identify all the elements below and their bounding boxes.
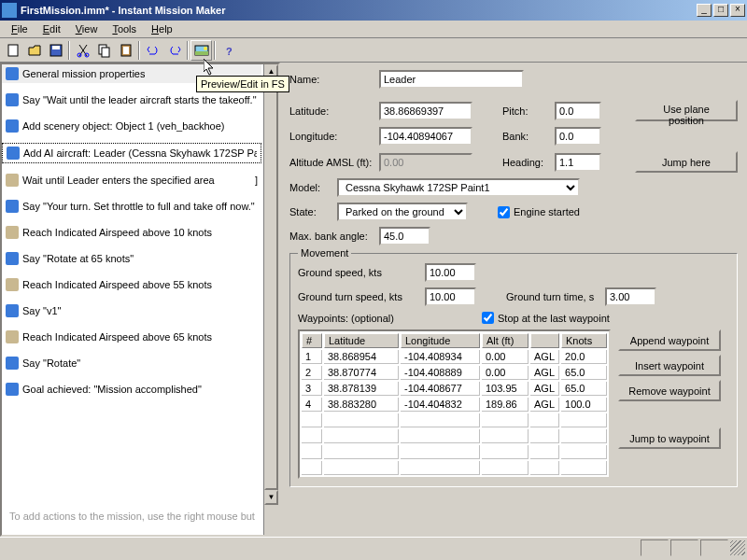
table-row[interactable] [302, 445, 607, 459]
menu-help[interactable]: Help [144, 21, 180, 36]
svg-rect-2 [52, 46, 60, 49]
model-label: Model: [289, 182, 331, 193]
paste-icon[interactable] [115, 40, 136, 61]
list-item[interactable]: Wait until Leader enters the specified a… [2, 171, 261, 189]
stop-last-waypoint-checkbox[interactable]: Stop at the last waypoint [482, 312, 610, 324]
latitude-input[interactable] [379, 102, 472, 120]
table-row[interactable]: 438.883280-104.404832189.86AGL100.0 [302, 398, 607, 412]
action-icon [7, 147, 20, 160]
list-item[interactable]: Reach Indicated Airspeed above 65 knots [2, 328, 261, 346]
pitch-input[interactable] [555, 102, 601, 120]
scroll-thumb[interactable] [264, 79, 278, 490]
ground-turn-speed-label: Ground turn speed, kts [298, 291, 419, 302]
ground-turn-time-input[interactable] [605, 287, 656, 306]
bank-label: Bank: [502, 131, 549, 142]
col-knots[interactable]: Knots [561, 333, 607, 348]
svg-rect-0 [8, 45, 18, 56]
table-row[interactable]: 338.878139-104.408677103.95AGL65.0 [302, 382, 607, 396]
help-icon[interactable]: ? [218, 40, 239, 61]
col-alt[interactable]: Alt (ft) [482, 333, 529, 348]
append-waypoint-button[interactable]: Append waypoint [618, 329, 721, 351]
list-item-label: Say "v1" [22, 305, 61, 316]
name-input[interactable] [379, 70, 524, 89]
svg-point-11 [204, 47, 207, 50]
minimize-button[interactable]: _ [697, 4, 712, 17]
jump-here-button[interactable]: Jump here [635, 151, 738, 173]
remove-waypoint-button[interactable]: Remove waypoint [618, 380, 721, 401]
list-item-label: Say "Rotate" [22, 357, 80, 369]
menubar: File Edit View Tools Help [0, 21, 747, 38]
list-item-label: Goal achieved: "Mission accomplished" [22, 384, 202, 395]
jump-to-waypoint-button[interactable]: Jump to waypoint [618, 427, 721, 449]
action-icon [6, 93, 19, 106]
menu-edit[interactable]: Edit [35, 21, 68, 36]
ground-speed-input[interactable] [425, 263, 476, 282]
list-item[interactable]: Say "Your turn. Set throttle to full and… [2, 197, 261, 216]
heading-input[interactable] [555, 153, 601, 172]
list-item-label: Say "Rotate at 65 knots" [22, 253, 134, 264]
cut-icon[interactable] [72, 40, 93, 61]
longitude-label: Longitude: [289, 131, 374, 142]
action-list[interactable]: General mission propertiesSay "Wait unti… [0, 63, 280, 537]
redo-icon[interactable] [163, 40, 185, 61]
list-item[interactable]: Say "Rotate" [2, 354, 261, 372]
open-icon[interactable] [23, 40, 45, 61]
save-icon[interactable] [45, 40, 66, 61]
table-row[interactable]: 138.868954-104.4089340.00AGL20.0 [302, 350, 607, 364]
resize-grip-icon[interactable] [730, 540, 745, 555]
col-lon[interactable]: Longitude [401, 333, 480, 348]
list-item-label: Say "Wait until the leader aircraft star… [22, 94, 257, 105]
col-num[interactable]: # [302, 333, 322, 348]
list-item[interactable]: Add scenery object: Object 1 (veh_backho… [2, 117, 261, 135]
maxbank-input[interactable] [379, 227, 430, 245]
app-icon [2, 3, 17, 18]
name-label: Name: [289, 74, 374, 85]
list-item-label: General mission properties [22, 68, 145, 79]
undo-icon[interactable] [142, 40, 163, 61]
new-icon[interactable] [2, 40, 23, 61]
longitude-input[interactable] [379, 127, 472, 146]
menu-tools[interactable]: Tools [105, 21, 144, 36]
toolbar: ? [0, 38, 747, 63]
table-row[interactable] [302, 413, 607, 427]
svg-rect-10 [195, 51, 208, 55]
list-item[interactable]: Say "v1" [2, 301, 261, 320]
maxbank-label: Max. bank angle: [289, 231, 374, 242]
use-plane-position-button[interactable]: Use plane position [635, 100, 738, 121]
waypoints-table[interactable]: # Latitude Longitude Alt (ft) Knots 138.… [298, 329, 611, 479]
properties-panel: Name: Latitude: Pitch: Use plane positio… [280, 63, 747, 537]
bank-input[interactable] [555, 127, 601, 146]
pitch-label: Pitch: [502, 105, 549, 117]
copy-icon[interactable] [93, 40, 115, 61]
svg-text:?: ? [226, 46, 233, 57]
action-icon [6, 304, 19, 317]
status-cell [700, 539, 728, 556]
state-select[interactable]: Parked on the ground [337, 203, 468, 221]
list-item[interactable]: Add AI aircraft: Leader (Cessna Skyhawk … [2, 143, 261, 163]
scrollbar[interactable]: ▲ ▼ [263, 64, 278, 535]
list-item[interactable]: Say "Wait until the leader aircraft star… [2, 91, 261, 109]
engine-started-checkbox[interactable]: Engine started [498, 206, 580, 218]
model-select[interactable]: Cessna Skyhawk 172SP Paint1 [337, 178, 580, 197]
list-item[interactable]: Goal achieved: "Mission accomplished" [2, 380, 261, 399]
insert-waypoint-button[interactable]: Insert waypoint [618, 355, 721, 376]
action-icon [6, 119, 19, 133]
scroll-down-icon[interactable]: ▼ [264, 490, 278, 505]
maximize-button[interactable]: □ [713, 4, 728, 17]
close-button[interactable]: × [730, 4, 745, 17]
list-item[interactable]: Say "Rotate at 65 knots" [2, 249, 261, 268]
ground-turn-speed-input[interactable] [425, 287, 476, 306]
altitude-input [379, 153, 472, 172]
col-agl[interactable] [530, 333, 559, 348]
list-item[interactable]: Reach Indicated Airspeed above 55 knots [2, 275, 261, 294]
list-item[interactable]: Reach Indicated Airspeed above 10 knots [2, 223, 261, 242]
col-lat[interactable]: Latitude [324, 333, 399, 348]
table-row[interactable]: 238.870774-104.4088890.00AGL65.0 [302, 366, 607, 380]
svg-point-3 [78, 53, 81, 57]
menu-file[interactable]: File [4, 21, 35, 36]
menu-view[interactable]: View [68, 21, 106, 36]
table-row[interactable] [302, 429, 607, 443]
table-row[interactable] [302, 461, 607, 475]
list-item-label: Wait until Leader enters the specified a… [22, 175, 215, 186]
preview-icon[interactable] [190, 40, 212, 61]
